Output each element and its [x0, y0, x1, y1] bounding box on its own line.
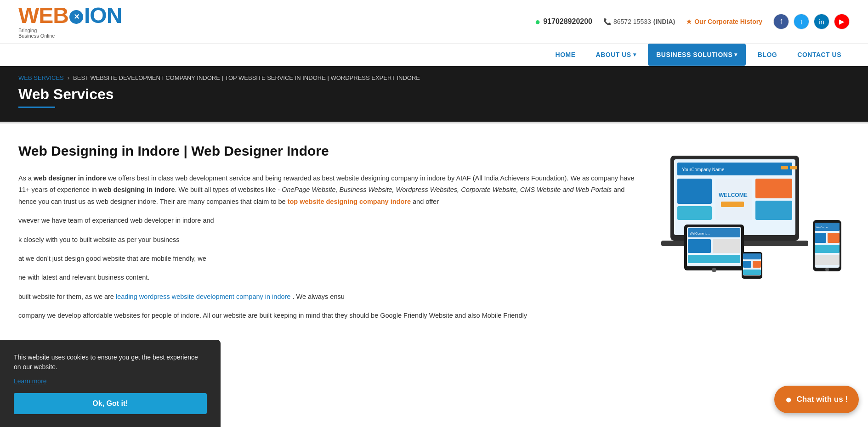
nav-contact[interactable]: CONTACT US	[789, 44, 850, 66]
svg-rect-36	[743, 270, 761, 275]
svg-point-30	[825, 268, 829, 271]
paragraph-1: As a web designer in indore we offers be…	[18, 173, 638, 208]
svg-text:YourCompany Name: YourCompany Name	[682, 167, 725, 172]
content-left: Web Designing in Indore | Web Designer I…	[18, 142, 638, 329]
breadcrumb: WEB SERVICES › BEST WEBSITE DEVELOPMENT …	[18, 74, 850, 81]
breadcrumb-current: BEST WEBSITE DEVELOPMENT COMPANY INDORE …	[73, 74, 420, 81]
logo-subtitle: BringingBusiness Online	[18, 28, 122, 39]
main-content: Web Designing in Indore | Web Designer I…	[0, 124, 868, 347]
logo[interactable]: WEB✕ION BringingBusiness Online	[18, 5, 122, 39]
logo-circle-icon: ✕	[69, 10, 83, 24]
whatsapp-icon: ●	[535, 17, 540, 27]
paragraph-7: company we develop affordable websites f…	[18, 310, 638, 321]
corporate-history-text: Our Corporate History	[694, 18, 762, 25]
india-phone[interactable]: 📞 86572 15533 (INDIA)	[603, 18, 675, 25]
logo-ion: ION	[84, 3, 122, 28]
svg-rect-6	[677, 179, 712, 204]
svg-rect-5	[790, 166, 797, 169]
paragraph-6: built website for them, as we are leadin…	[18, 291, 638, 303]
orange-link-top-company[interactable]: top website designing company indore	[288, 198, 411, 205]
svg-text:WelCome to...: WelCome to...	[690, 232, 710, 235]
nav-home[interactable]: HOME	[547, 44, 584, 66]
breadcrumb-separator: ›	[68, 74, 69, 81]
header: WEB✕ION BringingBusiness Online ● 917028…	[0, 0, 868, 44]
corporate-history-link[interactable]: ★ Our Corporate History	[686, 18, 762, 25]
italic-website-types: OnePage Website, Business Website, Wordp…	[282, 186, 612, 193]
devices-image: YourCompany Name WELCOME WelCome to...	[657, 142, 850, 281]
svg-rect-29	[815, 255, 840, 265]
whatsapp-number-text: 917028920200	[543, 17, 592, 26]
navbar: HOME ABOUT US BUSINESS SOLUTIONS BLOG CO…	[0, 44, 868, 66]
svg-rect-7	[677, 206, 712, 220]
bold-web-designer: web designer in indore	[34, 174, 106, 182]
svg-point-21	[712, 268, 716, 272]
youtube-icon[interactable]: ▶	[834, 14, 850, 29]
svg-rect-27	[828, 233, 840, 243]
svg-text:WelCome: WelCome	[816, 226, 828, 229]
content-right: YourCompany Name WELCOME WelCome to...	[657, 142, 850, 281]
star-icon: ★	[686, 18, 692, 25]
logo-web: WEB	[18, 3, 68, 28]
svg-rect-18	[688, 239, 711, 253]
bold-web-designing: web designing in indore	[99, 186, 175, 193]
breadcrumb-link[interactable]: WEB SERVICES	[18, 74, 64, 81]
svg-rect-33	[743, 253, 761, 259]
twitter-icon[interactable]: t	[794, 14, 809, 29]
linkedin-icon[interactable]: in	[814, 14, 829, 29]
svg-rect-10	[721, 202, 744, 207]
svg-rect-28	[815, 245, 840, 253]
paragraph-2: vwever we have team of experianced web d…	[18, 215, 638, 226]
phone-icon: 📞	[603, 18, 611, 25]
svg-rect-4	[781, 166, 788, 169]
svg-rect-8	[715, 179, 752, 220]
svg-rect-11	[755, 179, 792, 198]
blue-link-wordpress[interactable]: leading wordpress website development co…	[116, 293, 290, 300]
paragraph-3: k closely with you to built website as p…	[18, 234, 638, 246]
breadcrumb-section: WEB SERVICES › BEST WEBSITE DEVELOPMENT …	[0, 66, 868, 122]
svg-rect-26	[815, 233, 826, 243]
nav-business-solutions[interactable]: BUSINESS SOLUTIONS	[648, 44, 746, 66]
svg-rect-19	[713, 239, 740, 253]
social-icons: f t in ▶	[773, 14, 850, 29]
nav-blog[interactable]: BLOG	[749, 44, 785, 66]
title-underline	[18, 107, 55, 108]
svg-rect-12	[755, 201, 792, 220]
page-title: Web Services	[18, 86, 850, 103]
paragraph-5: ne with latest and relevant business con…	[18, 272, 638, 283]
facebook-icon[interactable]: f	[773, 14, 789, 29]
header-contact: ● 917028920200 📞 86572 15533 (INDIA) ★ O…	[535, 14, 850, 29]
nav-about[interactable]: ABOUT US	[588, 44, 645, 66]
paragraph-4: at we don't just design good website tha…	[18, 253, 638, 264]
svg-text:WELCOME: WELCOME	[719, 192, 748, 198]
india-phone-number: 86572 15533	[613, 18, 651, 25]
india-suffix: (INDIA)	[653, 18, 675, 25]
svg-rect-20	[688, 255, 740, 263]
svg-rect-34	[743, 261, 751, 268]
svg-rect-35	[753, 261, 761, 268]
whatsapp-number[interactable]: ● 917028920200	[535, 17, 592, 27]
main-heading: Web Designing in Indore | Web Designer I…	[18, 142, 638, 160]
cookie-banner: This website uses cookies to ensure you …	[0, 340, 221, 347]
